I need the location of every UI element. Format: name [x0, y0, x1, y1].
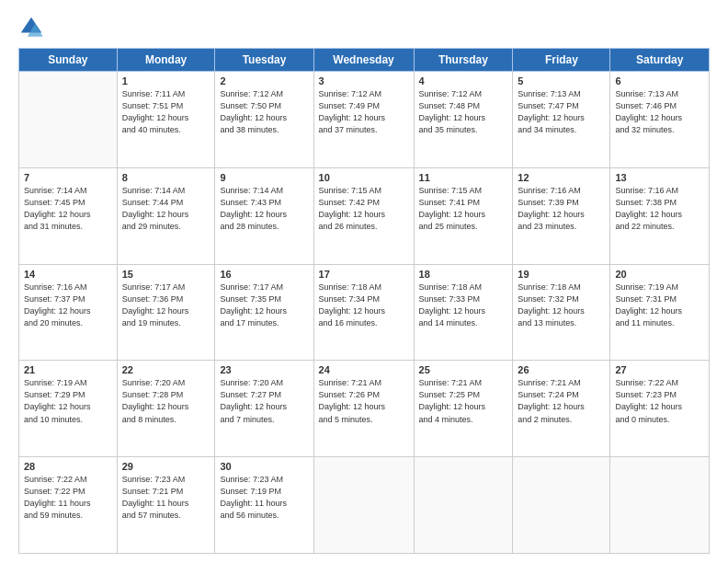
day-info: Sunrise: 7:20 AM Sunset: 7:28 PM Dayligh…	[122, 377, 210, 425]
calendar-cell: 12Sunrise: 7:16 AM Sunset: 7:39 PM Dayli…	[513, 167, 610, 264]
day-number: 16	[220, 269, 308, 280]
day-info: Sunrise: 7:12 AM Sunset: 7:48 PM Dayligh…	[419, 88, 508, 136]
day-info: Sunrise: 7:21 AM Sunset: 7:24 PM Dayligh…	[518, 377, 605, 425]
calendar-cell: 10Sunrise: 7:15 AM Sunset: 7:42 PM Dayli…	[313, 167, 414, 264]
calendar-cell	[19, 72, 118, 168]
day-info: Sunrise: 7:15 AM Sunset: 7:42 PM Dayligh…	[319, 185, 409, 233]
calendar-cell: 29Sunrise: 7:23 AM Sunset: 7:21 PM Dayli…	[117, 457, 215, 554]
day-number: 4	[419, 75, 508, 86]
logo-icon	[18, 15, 44, 40]
calendar-cell	[610, 457, 710, 554]
calendar-cell: 17Sunrise: 7:18 AM Sunset: 7:34 PM Dayli…	[313, 264, 414, 361]
day-number: 17	[319, 269, 409, 280]
day-info: Sunrise: 7:17 AM Sunset: 7:36 PM Dayligh…	[122, 282, 210, 329]
calendar-cell: 28Sunrise: 7:22 AM Sunset: 7:22 PM Dayli…	[19, 457, 118, 554]
day-info: Sunrise: 7:16 AM Sunset: 7:37 PM Dayligh…	[24, 282, 112, 329]
day-info: Sunrise: 7:22 AM Sunset: 7:23 PM Dayligh…	[615, 377, 704, 425]
day-number: 26	[518, 364, 605, 375]
day-number: 5	[518, 75, 605, 86]
calendar-cell	[313, 457, 414, 554]
day-info: Sunrise: 7:15 AM Sunset: 7:41 PM Dayligh…	[419, 185, 508, 233]
day-number: 11	[419, 172, 508, 183]
day-number: 25	[419, 364, 508, 375]
calendar-cell: 30Sunrise: 7:23 AM Sunset: 7:19 PM Dayli…	[215, 457, 313, 554]
day-number: 8	[122, 172, 210, 183]
day-number: 1	[122, 75, 210, 86]
day-number: 10	[319, 172, 409, 183]
calendar-cell: 6Sunrise: 7:13 AM Sunset: 7:46 PM Daylig…	[610, 72, 710, 168]
day-info: Sunrise: 7:14 AM Sunset: 7:43 PM Dayligh…	[220, 185, 308, 233]
calendar-cell: 15Sunrise: 7:17 AM Sunset: 7:36 PM Dayli…	[117, 264, 215, 361]
calendar-cell: 13Sunrise: 7:16 AM Sunset: 7:38 PM Dayli…	[610, 167, 710, 264]
calendar-cell: 5Sunrise: 7:13 AM Sunset: 7:47 PM Daylig…	[513, 72, 610, 168]
week-row-0: 1Sunrise: 7:11 AM Sunset: 7:51 PM Daylig…	[19, 72, 710, 168]
calendar-cell: 8Sunrise: 7:14 AM Sunset: 7:44 PM Daylig…	[117, 167, 215, 264]
calendar-cell: 3Sunrise: 7:12 AM Sunset: 7:49 PM Daylig…	[313, 72, 414, 168]
day-info: Sunrise: 7:14 AM Sunset: 7:44 PM Dayligh…	[122, 185, 210, 233]
week-row-4: 28Sunrise: 7:22 AM Sunset: 7:22 PM Dayli…	[19, 457, 710, 554]
weekday-header-sunday: Sunday	[19, 49, 118, 72]
day-info: Sunrise: 7:12 AM Sunset: 7:49 PM Dayligh…	[319, 88, 409, 136]
weekday-header-wednesday: Wednesday	[313, 49, 414, 72]
day-info: Sunrise: 7:23 AM Sunset: 7:21 PM Dayligh…	[122, 474, 210, 522]
day-info: Sunrise: 7:18 AM Sunset: 7:33 PM Dayligh…	[419, 282, 508, 329]
calendar-cell: 4Sunrise: 7:12 AM Sunset: 7:48 PM Daylig…	[414, 72, 513, 168]
day-number: 9	[220, 172, 308, 183]
calendar-cell: 21Sunrise: 7:19 AM Sunset: 7:29 PM Dayli…	[19, 361, 118, 457]
day-number: 2	[220, 75, 308, 86]
calendar-cell: 22Sunrise: 7:20 AM Sunset: 7:28 PM Dayli…	[117, 361, 215, 457]
weekday-header-thursday: Thursday	[414, 49, 513, 72]
day-number: 29	[122, 461, 210, 472]
day-info: Sunrise: 7:17 AM Sunset: 7:35 PM Dayligh…	[220, 282, 308, 329]
calendar-cell: 20Sunrise: 7:19 AM Sunset: 7:31 PM Dayli…	[610, 264, 710, 361]
day-info: Sunrise: 7:13 AM Sunset: 7:46 PM Dayligh…	[615, 88, 704, 136]
day-info: Sunrise: 7:12 AM Sunset: 7:50 PM Dayligh…	[220, 88, 308, 136]
calendar-cell: 24Sunrise: 7:21 AM Sunset: 7:26 PM Dayli…	[313, 361, 414, 457]
day-info: Sunrise: 7:21 AM Sunset: 7:26 PM Dayligh…	[319, 377, 409, 425]
day-number: 19	[518, 269, 605, 280]
day-info: Sunrise: 7:16 AM Sunset: 7:38 PM Dayligh…	[615, 185, 704, 233]
week-row-1: 7Sunrise: 7:14 AM Sunset: 7:45 PM Daylig…	[19, 167, 710, 264]
weekday-header-monday: Monday	[117, 49, 215, 72]
weekday-header-row: SundayMondayTuesdayWednesdayThursdayFrid…	[19, 49, 710, 72]
calendar-cell: 19Sunrise: 7:18 AM Sunset: 7:32 PM Dayli…	[513, 264, 610, 361]
day-info: Sunrise: 7:18 AM Sunset: 7:32 PM Dayligh…	[518, 282, 605, 329]
calendar-cell: 18Sunrise: 7:18 AM Sunset: 7:33 PM Dayli…	[414, 264, 513, 361]
day-number: 14	[24, 269, 112, 280]
day-info: Sunrise: 7:19 AM Sunset: 7:31 PM Dayligh…	[615, 282, 704, 329]
day-info: Sunrise: 7:13 AM Sunset: 7:47 PM Dayligh…	[518, 88, 605, 136]
day-number: 6	[615, 75, 704, 86]
day-info: Sunrise: 7:22 AM Sunset: 7:22 PM Dayligh…	[24, 474, 112, 522]
day-info: Sunrise: 7:19 AM Sunset: 7:29 PM Dayligh…	[24, 377, 112, 425]
calendar-cell: 14Sunrise: 7:16 AM Sunset: 7:37 PM Dayli…	[19, 264, 118, 361]
day-number: 30	[220, 461, 308, 472]
day-number: 13	[615, 172, 704, 183]
calendar-cell: 26Sunrise: 7:21 AM Sunset: 7:24 PM Dayli…	[513, 361, 610, 457]
day-info: Sunrise: 7:21 AM Sunset: 7:25 PM Dayligh…	[419, 377, 508, 425]
weekday-header-tuesday: Tuesday	[215, 49, 313, 72]
day-number: 12	[518, 172, 605, 183]
calendar-cell: 7Sunrise: 7:14 AM Sunset: 7:45 PM Daylig…	[19, 167, 118, 264]
day-number: 7	[24, 172, 112, 183]
day-info: Sunrise: 7:20 AM Sunset: 7:27 PM Dayligh…	[220, 377, 308, 425]
day-number: 15	[122, 269, 210, 280]
calendar-cell: 25Sunrise: 7:21 AM Sunset: 7:25 PM Dayli…	[414, 361, 513, 457]
day-number: 23	[220, 364, 308, 375]
day-number: 22	[122, 364, 210, 375]
day-number: 24	[319, 364, 409, 375]
calendar-cell: 2Sunrise: 7:12 AM Sunset: 7:50 PM Daylig…	[215, 72, 313, 168]
day-info: Sunrise: 7:23 AM Sunset: 7:19 PM Dayligh…	[220, 474, 308, 522]
logo	[18, 15, 48, 40]
calendar-cell	[513, 457, 610, 554]
weekday-header-friday: Friday	[513, 49, 610, 72]
calendar-cell: 27Sunrise: 7:22 AM Sunset: 7:23 PM Dayli…	[610, 361, 710, 457]
calendar-cell	[414, 457, 513, 554]
day-number: 18	[419, 269, 508, 280]
page-header	[18, 15, 710, 40]
day-info: Sunrise: 7:18 AM Sunset: 7:34 PM Dayligh…	[319, 282, 409, 329]
calendar-cell: 1Sunrise: 7:11 AM Sunset: 7:51 PM Daylig…	[117, 72, 215, 168]
day-number: 21	[24, 364, 112, 375]
calendar-table: SundayMondayTuesdayWednesdayThursdayFrid…	[18, 48, 710, 554]
calendar-cell: 16Sunrise: 7:17 AM Sunset: 7:35 PM Dayli…	[215, 264, 313, 361]
day-number: 28	[24, 461, 112, 472]
